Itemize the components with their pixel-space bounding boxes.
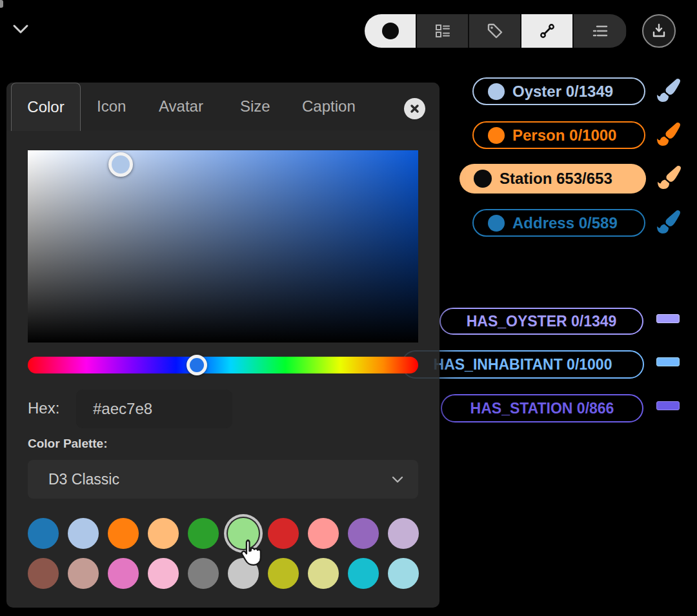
paintbrush-icon <box>658 166 681 189</box>
paintbrush-icon <box>657 210 680 233</box>
color-swatch[interactable] <box>388 518 419 549</box>
node-pill[interactable]: Address 0/589 <box>472 209 645 237</box>
close-button[interactable] <box>404 98 425 119</box>
relationship-line-sample[interactable] <box>656 357 680 366</box>
palette-dropdown[interactable]: D3 Classic <box>28 460 418 499</box>
style-brush-button[interactable] <box>658 166 681 192</box>
style-brush-button[interactable] <box>657 210 680 236</box>
color-swatch[interactable] <box>308 558 339 589</box>
chevron-down-icon[interactable] <box>12 23 30 36</box>
color-swatch[interactable] <box>228 558 259 589</box>
relationship-pill[interactable]: HAS_OYSTER 0/1349 <box>439 308 643 335</box>
checklist-icon <box>434 22 452 40</box>
circle-icon <box>381 21 400 41</box>
style-panel-tabs: ColorIconAvatarSizeCaption <box>6 83 439 130</box>
node-legend-row: Station 653/653 <box>460 164 681 194</box>
saturation-brightness-picker[interactable] <box>28 150 418 343</box>
toolbar-segment-labels[interactable] <box>469 14 521 48</box>
toolbar-segment-relationships[interactable] <box>521 14 574 48</box>
node-pill[interactable]: Oyster 0/1349 <box>472 77 645 105</box>
style-brush-button[interactable] <box>657 123 680 148</box>
chevron-down-icon <box>390 472 405 487</box>
node-legend-row: Address 0/589 <box>472 209 680 237</box>
paintbrush-icon <box>657 79 680 102</box>
color-swatch[interactable] <box>268 558 299 589</box>
node-legend-row: Person 0/1000 <box>472 121 680 149</box>
toolbar-segment-node-details[interactable] <box>417 14 469 48</box>
relationship-line-sample[interactable] <box>656 314 680 323</box>
palette-dropdown-value: D3 Classic <box>48 471 119 488</box>
color-swatch[interactable] <box>28 558 59 589</box>
color-swatch[interactable] <box>228 518 259 549</box>
tab-caption[interactable]: Caption <box>302 83 356 130</box>
style-panel: ColorIconAvatarSizeCaption Hex: Color Pa… <box>6 83 439 608</box>
hex-label: Hex: <box>28 399 59 417</box>
node-color-dot <box>488 215 505 232</box>
style-brush-button[interactable] <box>657 79 680 104</box>
toolbar-segment-relationship-list[interactable] <box>574 14 626 48</box>
tag-icon <box>485 21 505 41</box>
relationship-line-sample[interactable] <box>656 401 680 410</box>
hex-input[interactable] <box>76 390 232 428</box>
tab-icon[interactable]: Icon <box>97 83 126 130</box>
color-swatch[interactable] <box>388 558 419 589</box>
paintbrush-icon <box>657 123 680 146</box>
node-color-dot <box>488 127 505 144</box>
hue-slider-handle[interactable] <box>187 355 207 375</box>
color-swatch[interactable] <box>148 518 179 549</box>
color-swatch[interactable] <box>348 558 379 589</box>
toolbar-segment-nodes[interactable] <box>365 14 417 48</box>
color-swatch[interactable] <box>28 518 59 549</box>
color-palette-label: Color Palette: <box>28 437 108 451</box>
node-pill[interactable]: Station 653/653 <box>460 164 646 194</box>
color-swatch[interactable] <box>188 558 219 589</box>
node-label: Person 0/1000 <box>512 126 616 144</box>
relationship-pill[interactable]: HAS_STATION 0/866 <box>441 394 643 422</box>
download-button[interactable] <box>642 14 676 48</box>
color-swatch[interactable] <box>348 518 379 549</box>
node-legend-row: Oyster 0/1349 <box>472 77 680 105</box>
node-pill[interactable]: Person 0/1000 <box>472 121 645 149</box>
color-swatch[interactable] <box>68 518 99 549</box>
edge-icon <box>538 21 557 41</box>
tab-avatar[interactable]: Avatar <box>159 83 203 130</box>
color-swatch[interactable] <box>108 518 139 549</box>
download-icon <box>651 23 667 39</box>
node-label: Oyster 0/1349 <box>512 83 613 101</box>
view-toggle-toolbar <box>365 14 627 48</box>
hue-slider[interactable] <box>28 357 418 373</box>
saturation-picker-handle[interactable] <box>108 152 133 177</box>
node-label: Address 0/589 <box>512 214 618 232</box>
clipped-edge-icon <box>0 0 3 8</box>
node-color-dot <box>488 83 505 100</box>
color-swatch[interactable] <box>148 558 179 589</box>
color-swatch[interactable] <box>108 558 139 589</box>
color-swatch[interactable] <box>68 558 99 589</box>
node-label: Station 653/653 <box>500 170 612 188</box>
tab-size[interactable]: Size <box>240 83 270 130</box>
node-color-dot <box>474 170 492 188</box>
close-icon <box>409 103 420 114</box>
color-swatch[interactable] <box>188 518 219 549</box>
color-swatch[interactable] <box>268 518 299 549</box>
list-icon <box>591 22 609 40</box>
tab-color[interactable]: Color <box>11 83 81 131</box>
color-swatch[interactable] <box>308 518 339 549</box>
